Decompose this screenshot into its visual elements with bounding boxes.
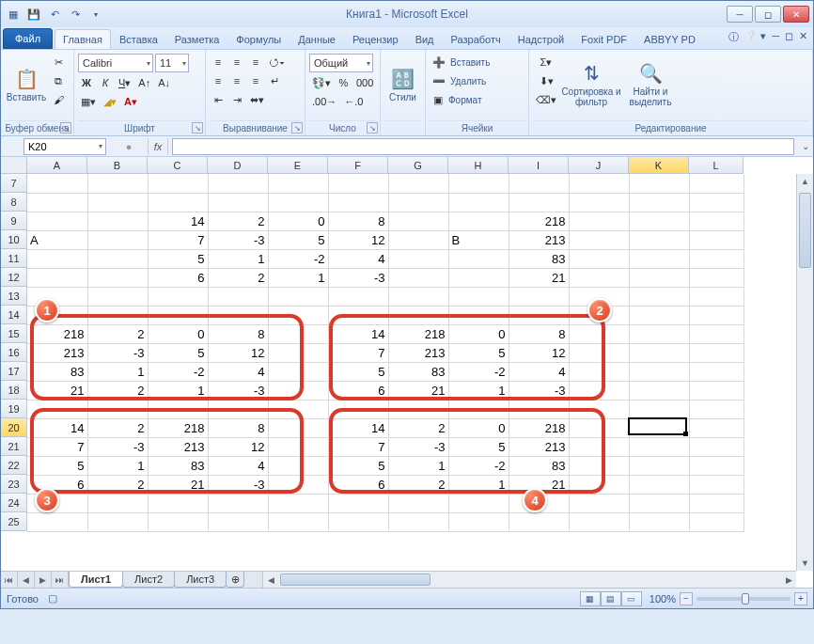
row-header-14[interactable]: 14 (1, 306, 27, 324)
cell-F23[interactable]: 6 (328, 475, 388, 494)
cell-I21[interactable]: 213 (509, 437, 569, 456)
cell-I11[interactable]: 83 (509, 249, 569, 268)
qat-more-icon[interactable]: ▾ (87, 6, 104, 23)
cell-F16[interactable]: 7 (328, 343, 388, 362)
autosum-icon[interactable]: Σ▾ (533, 54, 559, 71)
cell-C20[interactable]: 218 (148, 418, 208, 437)
col-header-B[interactable]: B (87, 157, 148, 174)
format-cells-icon[interactable]: ▣ (430, 91, 446, 108)
row-header-17[interactable]: 17 (1, 362, 27, 381)
vertical-scrollbar[interactable]: ▲ ▼ (796, 174, 813, 571)
merge-icon[interactable]: ⬌▾ (247, 91, 267, 108)
cell-I18[interactable]: -3 (509, 381, 569, 400)
cell-E7[interactable] (268, 174, 328, 193)
cell-D9[interactable]: 2 (208, 212, 268, 230)
formula-input[interactable] (172, 138, 794, 155)
cell-K7[interactable] (629, 174, 689, 193)
row-header-20[interactable]: 20 (1, 418, 27, 437)
cell-F14[interactable] (328, 306, 388, 324)
cell-A11[interactable] (27, 249, 87, 268)
fill-icon[interactable]: ⬇▾ (533, 72, 559, 89)
cell-J25[interactable] (569, 512, 629, 531)
cell-K24[interactable] (629, 494, 689, 512)
cell-J22[interactable] (569, 456, 629, 475)
cell-K14[interactable] (629, 306, 689, 324)
col-header-K[interactable]: K (629, 157, 689, 174)
row-headers[interactable]: 78910111213141516171819202122232425 (1, 174, 27, 571)
cell-I17[interactable]: 4 (509, 362, 569, 381)
align-left-icon[interactable]: ≡ (210, 72, 227, 89)
cell-H18[interactable]: 1 (448, 381, 509, 400)
cell-J19[interactable] (569, 400, 629, 418)
cell-L16[interactable] (689, 343, 744, 362)
normal-view-button[interactable]: ▦ (580, 591, 601, 606)
cell-C19[interactable] (148, 400, 208, 418)
cell-D19[interactable] (208, 400, 268, 418)
cell-D16[interactable]: 12 (208, 343, 268, 362)
cell-D20[interactable]: 8 (208, 418, 268, 437)
cell-J8[interactable] (569, 193, 629, 212)
col-header-F[interactable]: F (328, 157, 388, 174)
cell-I16[interactable]: 12 (509, 343, 569, 362)
cell-H13[interactable] (448, 287, 509, 306)
cell-K18[interactable] (629, 381, 689, 400)
cell-L15[interactable] (689, 324, 744, 343)
cell-I19[interactable] (509, 400, 569, 418)
ribbon-tab-7[interactable]: Разработч (443, 29, 509, 49)
cell-E25[interactable] (268, 512, 328, 531)
cell-F17[interactable]: 5 (328, 362, 388, 381)
cell-I13[interactable] (509, 287, 569, 306)
cell-K19[interactable] (629, 400, 689, 418)
name-box[interactable]: K20 (23, 138, 106, 155)
row-header-13[interactable]: 13 (1, 287, 27, 306)
scroll-up-icon[interactable]: ▲ (797, 174, 813, 189)
row-header-24[interactable]: 24 (1, 494, 27, 512)
cell-K23[interactable] (629, 475, 689, 494)
cell-L25[interactable] (689, 512, 744, 531)
dec-decimal-icon[interactable]: ←.0 (341, 93, 366, 110)
row-header-16[interactable]: 16 (1, 343, 27, 362)
col-header-C[interactable]: C (148, 157, 208, 174)
cell-A7[interactable] (27, 174, 87, 193)
row-header-21[interactable]: 21 (1, 437, 27, 456)
page-break-button[interactable]: ▭ (621, 591, 642, 606)
cell-H25[interactable] (448, 512, 509, 531)
cell-J16[interactable] (569, 343, 629, 362)
cell-G17[interactable]: 83 (388, 362, 448, 381)
cell-B10[interactable] (87, 230, 148, 249)
cell-J11[interactable] (569, 249, 629, 268)
new-sheet-button[interactable]: ⊕ (226, 572, 244, 588)
cell-B17[interactable]: 1 (87, 362, 148, 381)
sheet-tab-0[interactable]: Лист1 (69, 572, 123, 588)
sheet-tab-1[interactable]: Лист2 (122, 572, 175, 588)
cell-E20[interactable] (268, 418, 328, 437)
cell-J20[interactable] (569, 418, 629, 437)
cell-C9[interactable]: 14 (148, 212, 208, 230)
cell-D18[interactable]: -3 (208, 381, 268, 400)
indent-left-icon[interactable]: ⇤ (210, 91, 227, 108)
col-header-L[interactable]: L (689, 157, 744, 174)
cell-A16[interactable]: 213 (27, 343, 87, 362)
zoom-out-button[interactable]: − (680, 592, 693, 605)
align-top-icon[interactable]: ≡ (210, 54, 227, 71)
alignment-launcher[interactable]: ↘ (291, 122, 303, 134)
cell-C12[interactable]: 6 (148, 268, 208, 287)
cell-B23[interactable]: 2 (87, 475, 148, 494)
comma-icon[interactable]: 000 (353, 74, 376, 91)
cell-D22[interactable]: 4 (208, 456, 268, 475)
font-color-button[interactable]: A▾ (121, 93, 140, 110)
format-cells-label[interactable]: Формат (448, 95, 482, 105)
wrap-text-icon[interactable]: ↵ (266, 72, 283, 89)
cell-E15[interactable] (268, 324, 328, 343)
cell-L12[interactable] (689, 268, 744, 287)
row-header-22[interactable]: 22 (1, 456, 27, 475)
cell-E16[interactable] (268, 343, 328, 362)
styles-button[interactable]: 🔠 Стили (384, 54, 421, 116)
font-name-combo[interactable]: Calibri (78, 54, 153, 72)
prev-sheet-icon[interactable]: ◀ (18, 572, 35, 588)
clear-icon[interactable]: ⌫▾ (533, 91, 559, 108)
cell-E17[interactable] (268, 362, 328, 381)
cell-E13[interactable] (268, 287, 328, 306)
col-header-D[interactable]: D (208, 157, 268, 174)
row-header-19[interactable]: 19 (1, 400, 27, 418)
